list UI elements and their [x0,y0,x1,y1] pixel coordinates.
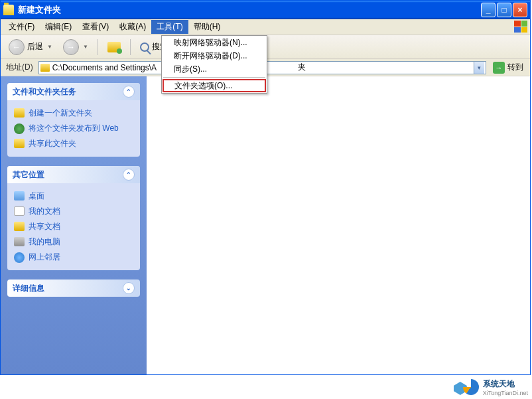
explorer-window: 新建文件夹 _ □ × 文件(F) 编辑(E) 查看(V) 收藏(A) 工具(T… [0,0,531,375]
tools-menu: 映射网络驱动器(N)... 断开网络驱动器(D)... 同步(S)... 文件夹… [161,35,267,94]
window-controls: _ □ × [481,3,527,17]
go-button[interactable]: → 转到 [489,60,527,75]
network-icon [14,252,25,263]
folder-icon [14,108,25,118]
folder-up-icon [107,42,121,52]
watermark-title: 系统天地 [483,379,515,388]
menu-edit[interactable]: 编辑(E) [40,20,77,34]
watermark-url: XiTongTianDi.net [483,390,528,396]
titlebar[interactable]: 新建文件夹 _ □ × [1,1,530,19]
menu-view[interactable]: 查看(V) [77,20,114,34]
windows-logo-icon [514,21,527,33]
task-new-folder[interactable]: 创建一个新文件夹 [14,106,133,121]
go-arrow-icon: → [493,62,505,74]
back-button[interactable]: ← 后退 ▼ [5,38,56,56]
folder-icon [3,5,14,15]
desktop-icon [14,191,25,200]
menu-file[interactable]: 文件(F) [3,20,40,34]
folder-icon [40,64,50,72]
task-pane: 文件和文件夹任务 ⌃ 创建一个新文件夹 将这个文件夹发布到 Web 共享此文件夹… [1,76,147,374]
close-button[interactable]: × [513,3,527,17]
menu-item-folder-options[interactable]: 文件夹选项(O)... [163,79,266,92]
panel-details: 详细信息 ⌄ [7,279,140,297]
address-suffix: 夹 [298,62,306,73]
separator [98,39,98,55]
expand-icon[interactable]: ⌄ [123,282,135,294]
menu-item-disconnect-drive[interactable]: 断开网络驱动器(D)... [162,49,267,62]
place-my-computer[interactable]: 我的电脑 [14,234,133,250]
panel-title: 详细信息 [13,283,44,294]
globe-icon [14,123,25,134]
panel-other-places: 其它位置 ⌃ 桌面 我的文档 共享文档 我的电脑 网上邻居 [7,166,140,270]
panel-file-tasks: 文件和文件夹任务 ⌃ 创建一个新文件夹 将这个文件夹发布到 Web 共享此文件夹 [7,83,140,157]
menu-separator [163,77,265,78]
content-area: 文件和文件夹任务 ⌃ 创建一个新文件夹 将这个文件夹发布到 Web 共享此文件夹… [1,76,530,374]
watermark: 系统天地 XiTongTianDi.net [454,378,528,396]
panel-title: 其它位置 [13,169,44,181]
back-label: 后退 [27,41,43,52]
minimize-button[interactable]: _ [481,3,496,17]
place-desktop[interactable]: 桌面 [14,189,133,204]
watermark-logo-icon [454,378,479,396]
place-network-neighborhood[interactable]: 网上邻居 [14,250,133,265]
separator [130,39,131,55]
panel-body: 创建一个新文件夹 将这个文件夹发布到 Web 共享此文件夹 [7,100,140,157]
task-share-folder[interactable]: 共享此文件夹 [14,136,133,151]
menu-help[interactable]: 帮助(H) [188,20,226,34]
dropdown-arrow-icon: ▼ [83,44,88,50]
collapse-icon[interactable]: ⌃ [123,86,135,98]
back-arrow-icon: ← [9,39,25,55]
address-label: 地址(D) [3,62,36,73]
panel-body: 桌面 我的文档 共享文档 我的电脑 网上邻居 [7,183,140,270]
dropdown-arrow-icon: ▼ [47,44,52,50]
up-button[interactable] [103,38,125,56]
folder-icon [14,222,25,231]
computer-icon [14,237,25,246]
menu-tools[interactable]: 工具(T) [151,20,188,34]
task-publish-web[interactable]: 将这个文件夹发布到 Web [14,121,133,136]
documents-icon [14,206,25,216]
folder-icon [14,139,25,148]
panel-header[interactable]: 详细信息 ⌄ [7,279,140,297]
search-icon [140,42,149,52]
menu-favorites[interactable]: 收藏(A) [114,20,151,34]
forward-button[interactable]: → ▼ [59,38,92,56]
address-dropdown-button[interactable]: ▾ [474,62,484,74]
forward-arrow-icon: → [63,39,79,55]
place-shared-documents[interactable]: 共享文档 [14,219,133,234]
window-title: 新建文件夹 [18,4,481,16]
menu-bar: 文件(F) 编辑(E) 查看(V) 收藏(A) 工具(T) 帮助(H) [1,19,530,35]
go-label: 转到 [507,62,523,73]
place-my-documents[interactable]: 我的文档 [14,204,133,219]
panel-header[interactable]: 文件和文件夹任务 ⌃ [7,83,140,100]
panel-title: 文件和文件夹任务 [13,86,76,98]
menu-item-map-drive[interactable]: 映射网络驱动器(N)... [162,36,267,49]
menu-item-sync[interactable]: 同步(S)... [162,62,267,76]
file-list-pane[interactable] [147,76,530,374]
maximize-button[interactable]: □ [497,3,511,17]
collapse-icon[interactable]: ⌃ [123,169,135,181]
panel-header[interactable]: 其它位置 ⌃ [7,166,140,183]
